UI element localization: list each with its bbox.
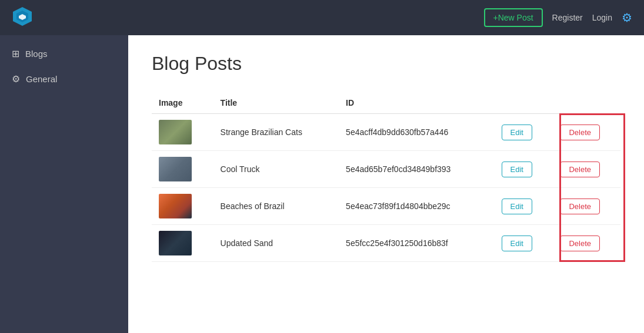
- grid-icon: ⊞: [12, 48, 19, 59]
- post-title-cell: Cool Truck: [213, 151, 339, 188]
- posts-table-body: Strange Brazilian Cats5e4acff4db9dd630fb…: [152, 114, 620, 262]
- post-id-cell: 5e5fcc25e4f301250d16b83f: [339, 225, 494, 262]
- sidebar: ⊞ Blogs ⚙ General: [0, 35, 128, 333]
- login-link[interactable]: Login: [592, 13, 612, 22]
- post-thumbnail-cell: [152, 151, 213, 188]
- table-header: Image Title ID: [152, 92, 620, 114]
- post-id-cell: 5e4ad65b7ef0cd34849bf393: [339, 151, 494, 188]
- post-title-cell: Strange Brazilian Cats: [213, 114, 339, 151]
- post-thumbnail: [159, 194, 192, 218]
- delete-button-4[interactable]: Delete: [560, 236, 600, 251]
- post-thumbnail-cell: [152, 188, 213, 225]
- main-content: Blog Posts Image Title ID Strange Brazil…: [128, 35, 644, 333]
- page-title: Blog Posts: [152, 53, 620, 75]
- col-title: Title: [213, 92, 339, 114]
- edit-action-cell: Edit: [495, 114, 553, 151]
- logo: [12, 6, 33, 29]
- posts-table: Image Title ID Strange Brazilian Cats5e4…: [152, 92, 620, 262]
- table-row: Cool Truck5e4ad65b7ef0cd34849bf393EditDe…: [152, 151, 620, 188]
- post-thumbnail: [159, 157, 192, 181]
- layout: ⊞ Blogs ⚙ General Blog Posts Image Title…: [0, 35, 644, 333]
- post-title-cell: Updated Sand: [213, 225, 339, 262]
- post-thumbnail: [159, 120, 192, 144]
- gear-sidebar-icon: ⚙: [12, 73, 20, 85]
- table-row: Strange Brazilian Cats5e4acff4db9dd630fb…: [152, 114, 620, 151]
- col-actions: [495, 92, 553, 114]
- edit-button-1[interactable]: Edit: [502, 125, 532, 140]
- post-thumbnail: [159, 231, 192, 255]
- post-thumbnail-cell: [152, 225, 213, 262]
- table-row: Updated Sand5e5fcc25e4f301250d16b83fEdit…: [152, 225, 620, 262]
- post-id-cell: 5e4eac73f89f1d4804bbe29c: [339, 188, 494, 225]
- new-post-button[interactable]: +New Post: [484, 8, 543, 27]
- delete-action-cell: Delete: [553, 151, 620, 188]
- delete-action-cell: Delete: [553, 225, 620, 262]
- edit-button-4[interactable]: Edit: [502, 236, 532, 251]
- delete-button-2[interactable]: Delete: [560, 162, 600, 177]
- post-id-cell: 5e4acff4db9dd630fb57a446: [339, 114, 494, 151]
- delete-action-cell: Delete: [553, 188, 620, 225]
- header: +New Post Register Login ⚙: [0, 0, 644, 35]
- delete-button-3[interactable]: Delete: [560, 199, 600, 214]
- sidebar-item-blogs-label: Blogs: [25, 49, 48, 59]
- header-right: +New Post Register Login ⚙: [484, 8, 633, 27]
- settings-icon[interactable]: ⚙: [622, 11, 632, 25]
- register-link[interactable]: Register: [552, 13, 583, 22]
- edit-action-cell: Edit: [495, 188, 553, 225]
- col-delete: [553, 92, 620, 114]
- sidebar-item-general[interactable]: ⚙ General: [0, 66, 128, 92]
- delete-button-1[interactable]: Delete: [560, 125, 600, 140]
- edit-button-3[interactable]: Edit: [502, 199, 532, 214]
- delete-action-cell: Delete: [553, 114, 620, 151]
- table-row: Beaches of Brazil5e4eac73f89f1d4804bbe29…: [152, 188, 620, 225]
- post-title-cell: Beaches of Brazil: [213, 188, 339, 225]
- edit-action-cell: Edit: [495, 151, 553, 188]
- col-id: ID: [339, 92, 494, 114]
- sidebar-item-general-label: General: [26, 74, 57, 84]
- sidebar-item-blogs[interactable]: ⊞ Blogs: [0, 41, 128, 66]
- edit-button-2[interactable]: Edit: [502, 162, 532, 177]
- col-image: Image: [152, 92, 213, 114]
- edit-action-cell: Edit: [495, 225, 553, 262]
- post-thumbnail-cell: [152, 114, 213, 151]
